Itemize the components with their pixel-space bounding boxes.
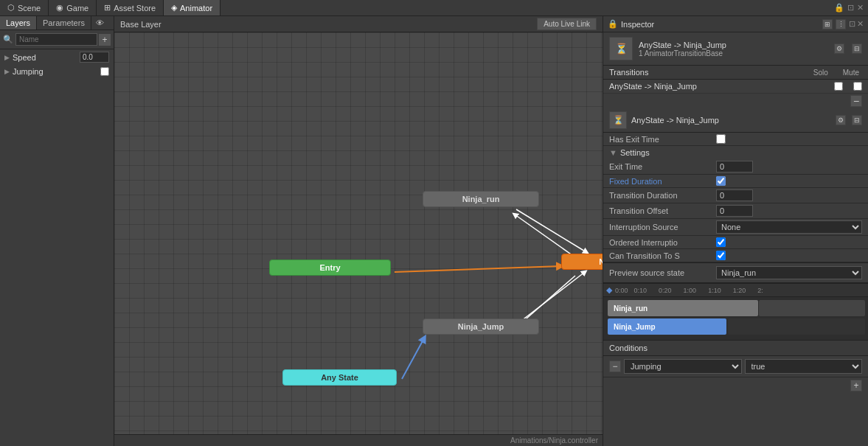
- eye-icon[interactable]: 👁: [91, 16, 108, 29]
- param-speed-input[interactable]: [80, 52, 109, 63]
- transition-gear2-icon[interactable]: ⊟: [852, 115, 862, 125]
- svg-line-3: [395, 266, 560, 272]
- inspector-top: ⏳ AnyState -> Ninja_Jump 1 AnimatorTrans…: [603, 32, 868, 66]
- node-ninja-jump-label: Ninja_Jump: [458, 322, 504, 331]
- fixed-duration-row: Fixed Duration: [603, 175, 868, 188]
- ruler-0: 0:00: [615, 287, 628, 294]
- fixed-duration-label: Fixed Duration: [609, 177, 716, 186]
- node-ninja-stand[interactable]: Ninja_stand: [561, 254, 603, 270]
- param-row-jumping: ▶ Jumping: [0, 65, 114, 78]
- can-transition-row: Can Transition To S: [603, 249, 868, 262]
- inspector-close[interactable]: ✕: [857, 19, 864, 29]
- ordered-interruption-label: Ordered Interruptio: [609, 238, 716, 247]
- mute-checkbox[interactable]: [853, 82, 862, 91]
- animator-canvas[interactable]: Ninja_run Entry Ninja_stand Ninja_Jump A…: [114, 32, 603, 434]
- game-icon: ◉: [56, 3, 63, 13]
- tab-game[interactable]: ◉ Game: [49, 0, 97, 15]
- minimize-icon[interactable]: ⊡: [847, 3, 854, 13]
- ordered-interruption-row: Ordered Interruptio: [603, 236, 868, 249]
- remove-condition-button[interactable]: −: [609, 360, 621, 372]
- transition-settings-icon[interactable]: ⚙: [836, 115, 846, 125]
- conditions-header: Conditions: [603, 340, 868, 356]
- scene-icon: ⬡: [7, 3, 15, 13]
- condition-row: − Jumping Speed true false: [603, 356, 868, 377]
- track-ninja-jump-label: Ninja_Jump: [611, 323, 656, 331]
- left-tabs: Layers Parameters 👁: [0, 16, 114, 30]
- inspector-title: Inspector: [621, 20, 822, 29]
- inspector-transition-title: AnyState -> Ninja_Jump: [639, 41, 726, 49]
- preview-source-select[interactable]: Ninja_run Ninja_stand Ninja_Jump: [716, 266, 862, 279]
- canvas-footer: Animations/Ninja.controller: [114, 434, 603, 446]
- can-transition-checkbox[interactable]: [716, 251, 726, 260]
- inspector-more-icon[interactable]: ⋮: [836, 19, 846, 29]
- has-exit-time-checkbox[interactable]: [716, 134, 726, 144]
- inspector-minimize[interactable]: ⊡: [849, 19, 855, 29]
- remove-transition-button[interactable]: −: [850, 95, 862, 107]
- transitions-header: Transitions Solo Mute: [603, 66, 868, 80]
- interruption-source-select[interactable]: None Source State Destination State Sour…: [716, 220, 862, 234]
- solo-label: Solo: [813, 69, 828, 77]
- transitions-label: Transitions: [609, 68, 813, 77]
- tab-parameters[interactable]: Parameters: [37, 16, 91, 29]
- lock-icon: 🔒: [834, 3, 844, 13]
- tab-animator[interactable]: ◈ Animator: [164, 0, 221, 15]
- transition-duration-row: Transition Duration: [603, 188, 868, 203]
- interruption-source-row: Interruption Source None Source State De…: [603, 219, 868, 236]
- auto-live-link-button[interactable]: Auto Live Link: [537, 18, 597, 30]
- can-transition-label: Can Transition To S: [609, 251, 716, 260]
- minus-btn-row: −: [603, 94, 868, 108]
- inspector-title-block: AnyState -> Ninja_Jump 1 AnimatorTransit…: [639, 41, 726, 58]
- add-condition-button[interactable]: +: [850, 380, 862, 391]
- node-ninja-run[interactable]: Ninja_run: [423, 191, 539, 207]
- conditions-label: Conditions: [609, 344, 647, 352]
- transition-offset-input[interactable]: [716, 205, 753, 217]
- close-icon[interactable]: ✕: [857, 3, 864, 13]
- search-input[interactable]: [15, 33, 97, 46]
- exit-time-input[interactable]: [716, 161, 753, 173]
- condition-param-select[interactable]: Jumping Speed: [624, 359, 742, 374]
- inspector-header: 🔒 Inspector ⊞ ⋮ ⊡ ✕: [603, 16, 868, 32]
- transition-detail-avatar: ⏳: [609, 111, 627, 129]
- inspector-transition-sub: 1 AnimatorTransitionBase: [639, 49, 726, 58]
- inspector-avatar: ⏳: [609, 37, 633, 60]
- conditions-add-row: +: [603, 377, 868, 394]
- node-entry[interactable]: Entry: [269, 259, 391, 276]
- footer-path: Animations/Ninja.controller: [510, 436, 598, 445]
- add-param-button[interactable]: +: [99, 34, 111, 46]
- svg-line-4: [516, 209, 586, 252]
- node-ninja-jump[interactable]: Ninja_Jump: [423, 318, 539, 335]
- inspector-layout-icon[interactable]: ⊞: [822, 19, 833, 29]
- inspector-settings-icon[interactable]: ⚙: [834, 43, 844, 54]
- tab-scene[interactable]: ⬡ Scene: [0, 0, 49, 15]
- search-row: 🔍 +: [0, 30, 114, 49]
- param-jumping-checkbox[interactable]: [100, 67, 109, 76]
- param-arrow: ▶: [4, 54, 10, 61]
- fixed-duration-checkbox[interactable]: [716, 176, 726, 186]
- timeline-track-2: Ninja_Jump: [606, 318, 865, 335]
- inspector-gear2-icon[interactable]: ⊟: [852, 43, 862, 54]
- transition-detail: ⏳ AnyState -> Ninja_Jump ⚙ ⊟: [603, 108, 868, 133]
- exit-time-label: Exit Time: [609, 162, 716, 171]
- ruler-6: 2:: [757, 287, 763, 294]
- inspector-panel: 🔒 Inspector ⊞ ⋮ ⊡ ✕ ⏳ AnyState -> Ninja_…: [603, 16, 868, 446]
- interruption-source-label: Interruption Source: [609, 223, 716, 231]
- node-ninja-stand-label: Ninja_stand: [599, 257, 603, 266]
- ordered-interruption-checkbox[interactable]: [716, 237, 726, 247]
- node-any-state[interactable]: Any State: [282, 369, 397, 386]
- param-speed-label: Speed: [13, 53, 77, 62]
- condition-value-select[interactable]: true false: [745, 359, 863, 374]
- settings-row: ▼ Settings: [603, 146, 868, 159]
- transition-duration-input[interactable]: [716, 189, 753, 201]
- transition-row[interactable]: AnyState -> Ninja_Jump: [603, 80, 868, 94]
- node-any-state-label: Any State: [321, 373, 358, 382]
- has-exit-time-row: Has Exit Time: [603, 133, 868, 146]
- timeline-track-1: Ninja_run: [606, 300, 865, 316]
- track-ninja-run-label: Ninja_run: [611, 304, 647, 313]
- tab-layers[interactable]: Layers: [0, 16, 37, 29]
- preview-source-label: Preview source state: [609, 268, 716, 277]
- node-entry-label: Entry: [319, 263, 340, 272]
- settings-arrow-icon: ▼: [609, 148, 617, 157]
- tab-asset-store[interactable]: ⊞ Asset Store: [97, 0, 164, 15]
- track-bar-ninja-run: Ninja_run: [608, 300, 758, 316]
- solo-checkbox[interactable]: [834, 82, 843, 91]
